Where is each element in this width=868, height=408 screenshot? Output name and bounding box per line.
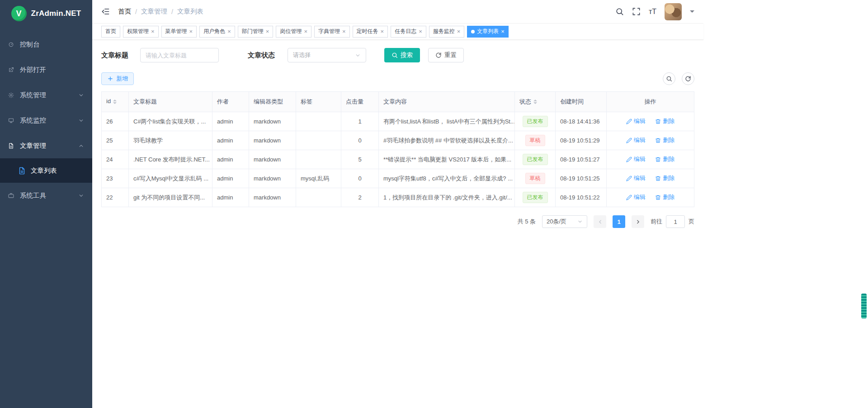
- delete-button[interactable]: 删除: [655, 193, 675, 201]
- tab-permission[interactable]: 权限管理: [123, 26, 159, 38]
- cell-editor: markdown: [249, 188, 296, 207]
- column-header-created: 创建时间: [556, 92, 607, 112]
- trash-icon: [655, 119, 661, 124]
- article-status-label: 文章状态: [248, 51, 275, 60]
- goto-page-input[interactable]: [666, 215, 685, 228]
- sidebar-item-dashboard[interactable]: 控制台: [0, 32, 92, 57]
- column-label: id: [106, 98, 111, 104]
- close-icon[interactable]: [501, 28, 505, 34]
- tab-article-list[interactable]: 文章列表: [467, 26, 509, 38]
- sort-icon[interactable]: [113, 98, 117, 106]
- tab-label: 服务监控: [433, 28, 455, 35]
- chevron-down-icon: [78, 92, 84, 98]
- edit-button[interactable]: 编辑: [626, 117, 646, 125]
- sidebar-collapse-icon[interactable]: [101, 7, 110, 16]
- pagination: 共 5 条 20条/页 1 前往 页: [101, 215, 694, 228]
- tab-scheduled-task[interactable]: 定时任务: [353, 26, 388, 38]
- search-button[interactable]: 搜索: [384, 48, 420, 62]
- sort-icon[interactable]: [533, 98, 537, 106]
- tab-label: 岗位管理: [280, 28, 302, 35]
- cell-created: 08-18 14:41:36: [556, 112, 607, 131]
- caret-down-icon[interactable]: [690, 10, 694, 15]
- toolbox-icon: [8, 193, 14, 199]
- tab-label: 任务日志: [395, 28, 416, 35]
- close-icon[interactable]: [419, 28, 422, 34]
- close-icon[interactable]: [342, 28, 346, 34]
- prev-page-button[interactable]: [594, 215, 606, 228]
- add-button-label: 新增: [116, 75, 128, 83]
- sidebar-item-label: 系统管理: [20, 91, 72, 100]
- cell-title: 羽毛球教学: [129, 131, 212, 150]
- document-icon: [18, 167, 26, 175]
- delete-button[interactable]: 删除: [655, 174, 675, 182]
- page-number-1[interactable]: 1: [613, 215, 625, 228]
- trash-icon: [655, 138, 661, 143]
- column-header-id[interactable]: id: [102, 92, 129, 112]
- page-size-select[interactable]: 20条/页: [542, 215, 587, 228]
- main-area: 首页 / 文章管理 / 文章列表 тT 首页 权限管理 菜单管理 用户角色 部门…: [92, 0, 703, 408]
- toolbar-right: [663, 72, 694, 85]
- delete-button[interactable]: 删除: [655, 155, 675, 163]
- edit-icon: [626, 157, 632, 162]
- scrollbar-thumb[interactable]: [861, 294, 867, 318]
- sidebar-item-label: 系统监控: [20, 116, 72, 125]
- sidebar-item-label: 控制台: [20, 40, 84, 49]
- refresh-table-button[interactable]: [682, 72, 694, 85]
- close-icon[interactable]: [304, 28, 307, 34]
- sidebar-item-article-management[interactable]: 文章管理: [0, 133, 92, 158]
- plus-icon: [107, 76, 113, 82]
- edit-label: 编辑: [634, 193, 646, 201]
- tab-post[interactable]: 岗位管理: [276, 26, 311, 38]
- font-size-icon[interactable]: тT: [649, 8, 656, 16]
- delete-button[interactable]: 删除: [655, 117, 675, 125]
- tab-task-log[interactable]: 任务日志: [391, 26, 426, 38]
- edit-button[interactable]: 编辑: [626, 174, 646, 182]
- add-button[interactable]: 新增: [101, 72, 134, 85]
- search-icon[interactable]: [615, 7, 624, 16]
- close-icon[interactable]: [266, 28, 269, 34]
- goto-unit-label: 页: [689, 218, 694, 226]
- close-icon[interactable]: [457, 28, 461, 34]
- article-status-select[interactable]: 请选择: [288, 48, 366, 62]
- close-icon[interactable]: [151, 28, 155, 34]
- sidebar-item-system-tools[interactable]: 系统工具: [0, 183, 92, 208]
- tab-department[interactable]: 部门管理: [238, 26, 274, 38]
- cell-clicks: 0: [341, 169, 379, 188]
- toggle-search-button[interactable]: [663, 72, 675, 85]
- close-icon[interactable]: [381, 28, 384, 34]
- breadcrumb-home[interactable]: 首页: [118, 7, 131, 16]
- close-icon[interactable]: [189, 28, 193, 34]
- sidebar-item-external-open[interactable]: 外部打开: [0, 57, 92, 82]
- tab-service-monitor[interactable]: 服务监控: [429, 26, 465, 38]
- search-icon: [666, 76, 672, 82]
- app-logo[interactable]: V ZrAdmin.NET: [0, 0, 92, 27]
- edit-button[interactable]: 编辑: [626, 155, 646, 163]
- cell-editor: markdown: [249, 169, 296, 188]
- close-icon[interactable]: [227, 28, 231, 34]
- sidebar-item-label: 外部打开: [20, 66, 84, 74]
- delete-label: 删除: [663, 174, 675, 182]
- article-title-input[interactable]: [140, 48, 219, 62]
- monitor-icon: [8, 118, 14, 123]
- delete-button[interactable]: 删除: [655, 136, 675, 144]
- tab-home[interactable]: 首页: [101, 26, 120, 38]
- fullscreen-icon[interactable]: [632, 7, 641, 16]
- tab-user-role[interactable]: 用户角色: [199, 26, 235, 38]
- delete-label: 删除: [663, 136, 675, 144]
- edit-label: 编辑: [634, 136, 646, 144]
- sidebar-item-system-management[interactable]: 系统管理: [0, 82, 92, 108]
- sidebar-item-article-list[interactable]: 文章列表: [0, 158, 92, 183]
- cell-author: admin: [212, 169, 249, 188]
- reset-button[interactable]: 重置: [428, 48, 464, 62]
- column-header-status[interactable]: 状态: [515, 92, 556, 112]
- sidebar-item-system-monitor[interactable]: 系统监控: [0, 108, 92, 133]
- edit-button[interactable]: 编辑: [626, 193, 646, 201]
- chevron-down-icon: [78, 193, 84, 199]
- tab-menu[interactable]: 菜单管理: [161, 26, 197, 38]
- user-avatar[interactable]: [665, 3, 682, 20]
- edit-icon: [626, 119, 632, 124]
- tab-dictionary[interactable]: 字典管理: [314, 26, 350, 38]
- next-page-button[interactable]: [632, 215, 644, 228]
- cell-clicks: 0: [341, 131, 379, 150]
- edit-button[interactable]: 编辑: [626, 136, 646, 144]
